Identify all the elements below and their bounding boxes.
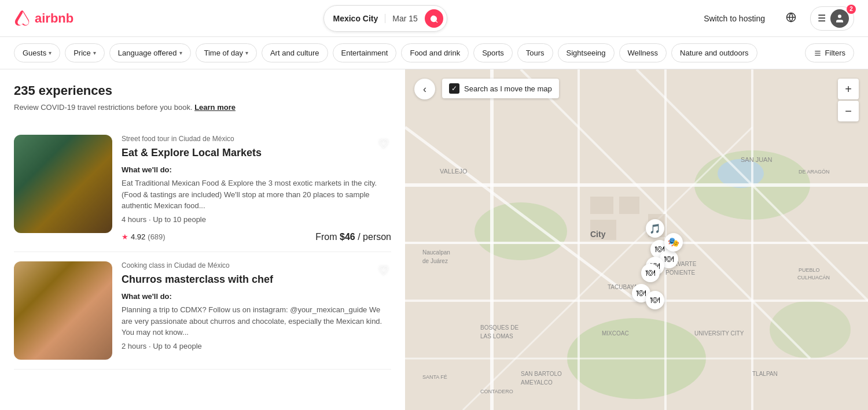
- search-bar[interactable]: Mexico City Mar 15: [323, 5, 447, 32]
- svg-text:SAN BARTOLO: SAN BARTOLO: [521, 371, 562, 377]
- filter-art[interactable]: Art and culture: [262, 43, 328, 62]
- filter-time[interactable]: Time of day ▾: [196, 43, 257, 62]
- logo-text: airbnb: [35, 11, 73, 26]
- notification-badge: 2: [847, 5, 856, 14]
- chevron-down-icon: ▾: [245, 50, 248, 56]
- map-pin-theater[interactable]: 🎭: [664, 233, 683, 252]
- search-move-label: Search as I move the map: [464, 84, 552, 93]
- card-subtitle-1: Street food tour in Ciudad de México: [122, 135, 391, 143]
- map-panel[interactable]: VALLEJO SAN JUAN DE ARAGÓN Naucalpan de …: [405, 69, 868, 410]
- chevron-down-icon: ▾: [49, 50, 52, 56]
- svg-text:PONIENTE: PONIENTE: [665, 269, 695, 276]
- hamburger-icon: ☰: [818, 13, 826, 24]
- wishlist-button-2[interactable]: ♡: [378, 264, 389, 278]
- zoom-in-button[interactable]: +: [838, 79, 859, 99]
- search-date[interactable]: Mar 15: [385, 14, 425, 23]
- svg-text:TLALPAN: TLALPAN: [752, 371, 778, 377]
- switch-hosting-link[interactable]: Switch to hosting: [697, 9, 772, 28]
- svg-text:BOSQUES DE: BOSQUES DE: [480, 324, 518, 331]
- svg-text:CONTADERO: CONTADERO: [480, 389, 513, 394]
- map-pin-food-6[interactable]: 🍽: [646, 291, 664, 309]
- svg-text:PUEBLO: PUEBLO: [799, 267, 820, 273]
- card-content-2: Cooking class in Ciudad de México Churro…: [122, 261, 391, 360]
- svg-text:VALLEJO: VALLEJO: [440, 168, 468, 175]
- header-right: Switch to hosting ☰ 2: [697, 6, 854, 31]
- globe-icon[interactable]: [781, 8, 801, 29]
- rating-value-1: 4.92: [131, 232, 145, 241]
- rating-1: ★ 4.92 (689): [122, 232, 165, 241]
- svg-text:AMEYALCO: AMEYALCO: [521, 379, 553, 386]
- checkbox-checked-icon: ✓: [449, 83, 459, 94]
- card-meta-1: 4 hours · Up to 10 people: [122, 215, 391, 224]
- learn-more-link[interactable]: Learn more: [194, 103, 236, 112]
- wishlist-button-1[interactable]: ♡: [378, 137, 389, 151]
- svg-text:City: City: [590, 230, 606, 239]
- map-controls: + −: [838, 79, 859, 121]
- svg-point-6: [475, 202, 567, 260]
- star-icon: ★: [122, 232, 128, 241]
- card-content-1: Street food tour in Ciudad de México Eat…: [122, 135, 391, 242]
- svg-rect-24: [619, 197, 639, 214]
- filter-bar: Guests ▾ Price ▾ Language offered ▾ Time…: [0, 37, 868, 69]
- card-description-1: Eat Traditional Mexican Food & Explore t…: [122, 178, 391, 212]
- card-description-2: Planning a trip to CDMX? Follow us on in…: [122, 304, 391, 338]
- experience-card-2: Cooking class in Ciudad de México Churro…: [14, 252, 391, 370]
- filter-entertainment[interactable]: Entertainment: [333, 43, 397, 62]
- svg-text:Naucalpan: Naucalpan: [422, 249, 450, 256]
- filter-wellness[interactable]: Wellness: [619, 43, 667, 62]
- card-section-label-1: What we'll do:: [122, 165, 391, 174]
- card-image-1[interactable]: [14, 135, 112, 233]
- filter-language[interactable]: Language offered ▾: [109, 43, 191, 62]
- svg-text:CULHUACÁN: CULHUACÁN: [797, 275, 830, 280]
- filters-icon: [814, 49, 822, 57]
- filters-button[interactable]: Filters: [805, 43, 854, 62]
- search-move-checkbox[interactable]: ✓ Search as I move the map: [442, 79, 559, 98]
- card-meta-2: 2 hours · Up to 4 people: [122, 342, 391, 350]
- left-panel: 235 experiences Review COVID-19 travel r…: [0, 69, 405, 410]
- map-pin-music[interactable]: 🎵: [646, 219, 664, 238]
- search-button[interactable]: [425, 9, 443, 28]
- main-content: 235 experiences Review COVID-19 travel r…: [0, 69, 868, 410]
- filter-sports[interactable]: Sports: [473, 43, 513, 62]
- card-title-2[interactable]: Churros masterclass with chef: [122, 273, 391, 286]
- card-footer-2: [122, 355, 391, 360]
- svg-text:SANTA FÉ: SANTA FÉ: [422, 374, 447, 380]
- svg-text:DE ARAGÓN: DE ARAGÓN: [799, 169, 830, 175]
- avatar: [830, 9, 849, 28]
- search-icon: [430, 14, 438, 23]
- zoom-out-button[interactable]: −: [838, 101, 859, 121]
- svg-rect-23: [590, 197, 613, 214]
- chevron-down-icon: ▾: [93, 50, 96, 56]
- search-city[interactable]: Mexico City: [333, 14, 386, 23]
- chevron-down-icon: ▾: [179, 50, 182, 56]
- airbnb-logo-icon: [14, 10, 31, 27]
- map-svg: VALLEJO SAN JUAN DE ARAGÓN Naucalpan de …: [405, 69, 868, 410]
- logo[interactable]: airbnb: [14, 10, 73, 27]
- card-subtitle-2: Cooking class in Ciudad de México: [122, 261, 391, 269]
- experience-card-1: Street food tour in Ciudad de México Eat…: [14, 125, 391, 252]
- card-image-2[interactable]: [14, 261, 112, 360]
- svg-text:MIXCOAC: MIXCOAC: [602, 330, 629, 337]
- rating-count-1: (689): [148, 232, 165, 241]
- price-1: From $46 / person: [315, 232, 391, 242]
- covid-notice: Review COVID-19 travel restrictions befo…: [14, 103, 391, 112]
- card-footer-1: ★ 4.92 (689) From $46 / person: [122, 227, 391, 242]
- filter-tours[interactable]: Tours: [517, 43, 553, 62]
- svg-text:de Juárez: de Juárez: [422, 258, 448, 264]
- map-back-button[interactable]: ‹: [414, 79, 435, 99]
- filter-nature[interactable]: Nature and outdoors: [671, 43, 757, 62]
- filter-sightseeing[interactable]: Sightseeing: [558, 43, 615, 62]
- filter-food[interactable]: Food and drink: [401, 43, 469, 62]
- svg-text:UNIVERSITY CITY: UNIVERSITY CITY: [694, 330, 744, 337]
- card-section-label-2: What we'll do:: [122, 292, 391, 301]
- svg-text:LAS LOMAS: LAS LOMAS: [480, 333, 513, 339]
- card-title-1[interactable]: Eat & Explore Local Markets: [122, 146, 391, 160]
- filter-price[interactable]: Price ▾: [65, 43, 105, 62]
- results-count: 235 experiences: [14, 83, 391, 98]
- svg-text:SAN JUAN: SAN JUAN: [741, 156, 772, 163]
- map-pin-food-4[interactable]: 🍽: [641, 264, 660, 282]
- user-menu[interactable]: ☰ 2: [810, 6, 854, 31]
- filter-guests[interactable]: Guests ▾: [14, 43, 60, 62]
- header: airbnb Mexico City Mar 15 Switch to host…: [0, 0, 868, 37]
